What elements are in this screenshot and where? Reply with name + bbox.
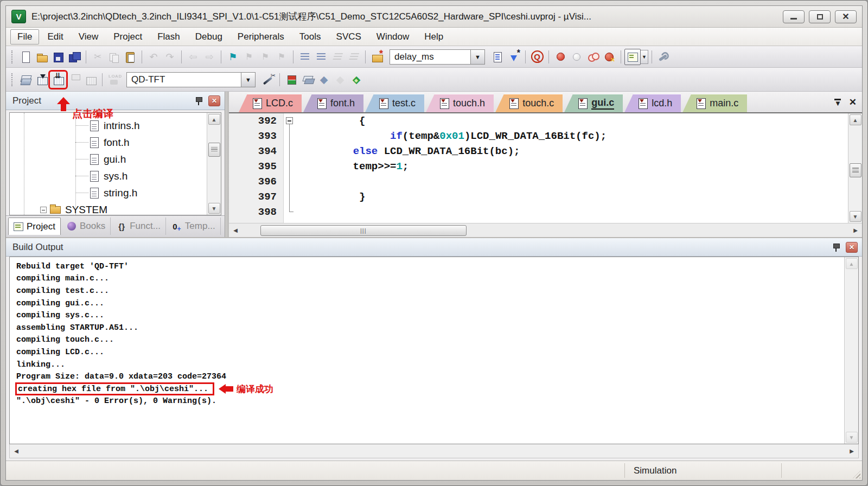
scroll-right-button[interactable]: ▶ <box>846 446 857 457</box>
menu-item-view[interactable]: View <box>72 29 106 44</box>
search-dropdown-button[interactable]: ▼ <box>470 50 484 64</box>
cut-button[interactable] <box>90 49 106 65</box>
save-all-button[interactable] <box>66 49 82 65</box>
editor-tab-test-c[interactable]: test.c <box>365 94 424 112</box>
code-editor[interactable]: 392 {393 if(temp&0x01)LCD_WR_DATA_16Bit(… <box>229 113 848 223</box>
scroll-up-button[interactable]: ▲ <box>846 258 858 269</box>
panel-tab-temp[interactable]: 0+Temp... <box>167 218 221 235</box>
tree-item-gui-h[interactable]: gui.h <box>10 151 207 168</box>
lookup-button[interactable] <box>529 49 545 65</box>
search-combobox[interactable]: delay_ms ▼ <box>390 49 485 65</box>
save-button[interactable] <box>50 49 66 65</box>
find-next-button[interactable] <box>489 49 506 65</box>
windows-list-dropdown-button[interactable]: ▼ <box>641 50 648 64</box>
tab-list-button[interactable]: ▼ <box>834 99 841 105</box>
component-button[interactable] <box>283 72 299 88</box>
scroll-up-button[interactable]: ▲ <box>208 114 220 125</box>
scroll-down-button[interactable]: ▼ <box>846 432 858 443</box>
open-folder-button[interactable] <box>34 49 50 65</box>
menu-item-peripherals[interactable]: Peripherals <box>231 29 291 44</box>
clear-bookmarks-button[interactable] <box>273 49 290 65</box>
tree-item-sys-h[interactable]: sys.h <box>10 168 207 184</box>
pin-icon[interactable] <box>831 242 841 253</box>
editor-tab-touch-h[interactable]: touch.h <box>426 94 494 112</box>
comment-button[interactable] <box>329 49 346 65</box>
editor-tab-touch-c[interactable]: touch.c <box>495 94 563 112</box>
editor-tab-font-h[interactable]: font.h <box>303 94 363 112</box>
rebuild-button[interactable] <box>50 72 66 88</box>
menu-item-file[interactable]: File <box>10 29 39 44</box>
menu-item-window[interactable]: Window <box>369 29 416 44</box>
uncomment-button[interactable] <box>346 49 362 65</box>
target-combobox-value[interactable]: QD-TFT <box>127 74 241 85</box>
scroll-thumb[interactable] <box>850 163 861 177</box>
tree-item-system[interactable]: SYSTEM <box>10 201 207 215</box>
nav-forward-button[interactable] <box>201 49 218 65</box>
maximize-button[interactable] <box>809 10 831 23</box>
layers-button[interactable] <box>299 72 316 88</box>
build-output-close-button[interactable]: ✕ <box>846 242 858 253</box>
menu-item-edit[interactable]: Edit <box>40 29 70 44</box>
disable-breakpoints-button[interactable] <box>585 49 601 65</box>
scroll-up-button[interactable]: ▲ <box>850 114 861 125</box>
code-line[interactable]: 394 else LCD_WR_DATA_16Bit(bc); <box>229 144 848 159</box>
windows-list-button[interactable] <box>624 49 641 65</box>
editor-tab-lcd-h[interactable]: lcd.h <box>624 94 681 112</box>
load-button[interactable] <box>106 72 122 88</box>
toggle-breakpoint-button[interactable] <box>569 49 585 65</box>
scroll-thumb[interactable]: ||| <box>260 225 467 236</box>
target-dropdown-button[interactable]: ▼ <box>241 73 255 87</box>
editor-tab-main-c[interactable]: main.c <box>682 94 747 112</box>
editor-tab-LCD-c[interactable]: LCD.c <box>239 94 302 112</box>
editor-horizontal-scrollbar[interactable]: ◀ ||| ▶ <box>229 223 862 237</box>
menu-item-svcs[interactable]: SVCS <box>329 29 368 44</box>
diamond-green-button[interactable] <box>348 72 365 88</box>
code-line[interactable]: 398 <box>229 204 848 220</box>
menu-item-help[interactable]: Help <box>417 29 450 44</box>
wand-button[interactable] <box>260 72 276 88</box>
scroll-down-button[interactable]: ▼ <box>208 203 220 214</box>
bookmark-button[interactable] <box>225 49 241 65</box>
vertical-splitter[interactable] <box>225 92 229 237</box>
panel-tab-funct[interactable]: {}Funct... <box>112 218 166 235</box>
menu-item-debug[interactable]: Debug <box>188 29 229 44</box>
collapse-icon[interactable] <box>40 207 47 213</box>
code-line[interactable]: 396 <box>229 174 848 189</box>
scroll-left-button[interactable]: ◀ <box>11 446 22 457</box>
menu-item-flash[interactable]: Flash <box>150 29 187 44</box>
search-combobox-value[interactable]: delay_ms <box>390 52 470 62</box>
prev-bookmark-button[interactable] <box>241 49 257 65</box>
outdent-button[interactable] <box>313 49 329 65</box>
build-output-horizontal-scrollbar[interactable]: ◀ ▶ <box>9 444 859 458</box>
editor-scrollbar[interactable]: ▲ ▼ <box>848 113 862 223</box>
stop-build-button[interactable] <box>82 72 99 88</box>
editor-tab-gui-c[interactable]: gui.c <box>564 94 623 112</box>
undo-button[interactable] <box>145 49 162 65</box>
scroll-down-button[interactable]: ▼ <box>850 211 861 222</box>
build-button[interactable] <box>34 72 50 88</box>
tree-item-string-h[interactable]: string.h <box>10 184 207 201</box>
batch-build-button[interactable] <box>66 72 82 88</box>
incremental-find-button[interactable] <box>506 49 522 65</box>
menu-item-tools[interactable]: Tools <box>292 29 328 44</box>
diamond-blue-button[interactable] <box>316 72 332 88</box>
project-panel-close-button[interactable]: ✕ <box>208 95 220 106</box>
fold-collapse-icon[interactable] <box>286 117 293 124</box>
scroll-track[interactable]: ||| <box>242 225 849 236</box>
breakpoint-button[interactable] <box>552 49 569 65</box>
panel-tab-project[interactable]: Project <box>8 218 61 235</box>
code-line[interactable]: 395 temp>>=1; <box>229 159 848 174</box>
close-file-button[interactable]: ✕ <box>849 97 857 108</box>
close-button[interactable]: ✕ <box>835 10 857 23</box>
toolbar-grip[interactable] <box>11 73 14 86</box>
translate-button[interactable] <box>17 72 34 88</box>
tree-item-font-h[interactable]: font.h <box>10 134 207 151</box>
project-tree-scrollbar[interactable]: ▲ ▼ <box>207 113 221 215</box>
minimize-button[interactable] <box>783 10 805 23</box>
code-line[interactable]: 392 { <box>229 113 848 129</box>
paste-button[interactable] <box>122 49 138 65</box>
next-bookmark-button[interactable] <box>257 49 273 65</box>
toolbar-grip[interactable] <box>11 50 14 63</box>
scroll-track[interactable] <box>23 446 845 457</box>
panel-tab-books[interactable]: Books <box>62 218 111 235</box>
